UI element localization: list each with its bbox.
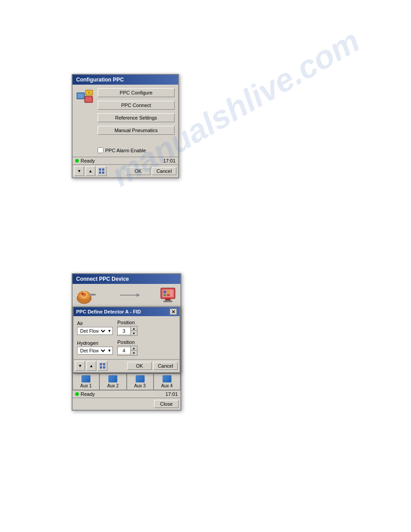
reference-settings-button[interactable]: Reference Settings	[98, 113, 175, 122]
aux4-icon	[163, 375, 171, 382]
subdialog-title: PPC Define Detector A - FID	[76, 309, 141, 314]
subdialog-cancel-button[interactable]: Cancel	[153, 362, 178, 370]
dialog2-close-button[interactable]: Close	[154, 400, 179, 408]
dialog2-status-dot	[75, 392, 79, 396]
hydrogen-select-container[interactable]: Det Flow Col Flow ▼	[77, 347, 113, 355]
svg-rect-21	[165, 299, 171, 300]
dialog1-ok-button[interactable]: OK	[126, 167, 150, 175]
air-select-container[interactable]: Det Flow Col Flow ▼	[77, 327, 113, 335]
grid-button[interactable]	[97, 166, 107, 176]
air-position-input[interactable]	[118, 328, 130, 334]
aux3-label: Aux 3	[134, 383, 146, 388]
dialog2-status-time: 17:01	[165, 391, 178, 397]
svg-marker-18	[137, 293, 140, 297]
dialog2-footer: Close	[73, 398, 180, 410]
aux-buttons-row: Aux 1 Aux 2 Aux 3 Aux 4	[73, 373, 180, 390]
svg-rect-9	[99, 172, 101, 174]
svg-rect-30	[100, 366, 102, 369]
nav-down-button[interactable]: ▼	[74, 166, 84, 176]
configuration-ppc-dialog: Configuration PPC PPC Configure PPC Conn…	[72, 74, 179, 178]
subdialog-titlebar: PPC Define Detector A - FID ✕	[73, 307, 180, 316]
subdialog-toolbar: ▼ ▲ OK Cancel	[73, 359, 180, 372]
air-row: Air Det Flow Col Flow ▼ Position	[77, 320, 176, 336]
air-label: Air	[77, 321, 113, 326]
svg-rect-10	[102, 172, 104, 174]
hydrogen-row: Hydrogen Det Flow Col Flow ▼ Position	[77, 339, 176, 356]
svg-rect-1	[77, 94, 84, 98]
ppc-alarm-enable-checkbox[interactable]	[98, 147, 103, 153]
hydrogen-position-input[interactable]	[118, 348, 130, 354]
dialog1-status-text: Ready	[81, 158, 95, 163]
hydrogen-spin-down[interactable]: ▼	[131, 351, 137, 355]
dialog1-status-bar: Ready 17:01	[73, 157, 178, 164]
air-position-group: Position ▲ ▼	[117, 320, 137, 336]
aux1-button[interactable]: Aux 1	[73, 373, 99, 390]
air-spin-up[interactable]: ▲	[131, 326, 137, 331]
aux3-icon	[136, 375, 145, 382]
aux4-button[interactable]: Aux 4	[154, 373, 180, 390]
aux1-label: Aux 1	[80, 383, 92, 388]
ppc-alarm-enable-label[interactable]: PPC Alarm Enable	[98, 147, 175, 153]
svg-point-16	[81, 292, 84, 295]
ppc-define-detector-dialog: PPC Define Detector A - FID ✕ Air Det Fl…	[73, 306, 180, 373]
svg-rect-26	[163, 294, 166, 296]
svg-rect-29	[103, 363, 105, 365]
dialog2-status-text: Ready	[81, 391, 95, 397]
dialog1-status-dot	[75, 159, 79, 163]
connect-left-icon	[76, 286, 98, 305]
subdialog-ok-button[interactable]: OK	[127, 362, 152, 370]
aux2-icon	[108, 375, 117, 382]
air-spin-arrows: ▲ ▼	[130, 326, 137, 335]
svg-rect-8	[102, 168, 104, 171]
ppc-alarm-enable-text: PPC Alarm Enable	[105, 148, 146, 153]
connect-icons-row	[73, 284, 180, 306]
svg-rect-6	[86, 97, 92, 102]
svg-rect-31	[103, 366, 105, 369]
air-position-spinner[interactable]: ▲ ▼	[117, 326, 137, 336]
svg-rect-24	[163, 291, 166, 293]
hydrogen-position-group: Position ▲ ▼	[117, 339, 137, 356]
connect-ppc-device-dialog: Connect PPC Device	[72, 273, 181, 411]
dialog1-toolbar: ▼ ▲ OK Cancel	[73, 164, 178, 177]
svg-rect-27	[167, 294, 170, 296]
svg-rect-7	[99, 168, 101, 171]
air-spin-down[interactable]: ▼	[131, 331, 137, 335]
svg-rect-25	[167, 291, 170, 293]
ppc-icon	[76, 88, 94, 104]
hydrogen-label: Hydrogen	[77, 340, 113, 346]
hydrogen-spin-arrows: ▲ ▼	[130, 346, 137, 355]
hydrogen-position-spinner[interactable]: ▲ ▼	[117, 346, 137, 356]
ppc-configure-button[interactable]: PPC Configure	[98, 88, 175, 97]
aux2-button[interactable]: Aux 2	[99, 373, 126, 390]
dialog1-titlebar: Configuration PPC	[73, 75, 178, 85]
dialog2-titlebar: Connect PPC Device	[73, 274, 180, 284]
aux2-label: Aux 2	[107, 383, 119, 388]
subdialog-nav-down[interactable]: ▼	[75, 361, 85, 371]
nav-up-button[interactable]: ▲	[86, 166, 95, 176]
dialog2-title: Connect PPC Device	[76, 276, 129, 282]
air-field-group: Air Det Flow Col Flow ▼	[77, 321, 113, 335]
aux1-icon	[81, 375, 90, 382]
dialog1-cancel-button[interactable]: Cancel	[152, 167, 176, 175]
aux4-label: Aux 4	[161, 383, 173, 388]
connect-right-icon	[159, 286, 177, 304]
aux3-button[interactable]: Aux 3	[127, 373, 154, 390]
hydrogen-spin-up[interactable]: ▲	[131, 346, 137, 351]
svg-point-4	[88, 92, 90, 94]
connection-line-icon	[118, 291, 140, 300]
air-select[interactable]: Det Flow Col Flow	[77, 327, 107, 335]
dialog2-status-bar: Ready 17:01	[73, 390, 180, 398]
subdialog-body: Air Det Flow Col Flow ▼ Position	[73, 316, 180, 372]
svg-rect-28	[100, 363, 102, 365]
subdialog-close-button[interactable]: ✕	[170, 309, 177, 315]
hydrogen-field-group: Hydrogen Det Flow Col Flow ▼	[77, 340, 113, 355]
subdialog-nav-up[interactable]: ▲	[86, 361, 96, 371]
ppc-connect-button[interactable]: PPC Connect	[98, 101, 175, 110]
subdialog-grid-button[interactable]	[98, 361, 107, 371]
dialog1-status-time: 17:01	[163, 158, 176, 163]
svg-rect-15	[90, 294, 96, 296]
air-position-label: Position	[117, 320, 137, 325]
hydrogen-position-label: Position	[117, 339, 137, 345]
manual-pneumatics-button[interactable]: Manual Pneumatics	[98, 126, 175, 135]
hydrogen-select[interactable]: Det Flow Col Flow	[77, 347, 107, 354]
